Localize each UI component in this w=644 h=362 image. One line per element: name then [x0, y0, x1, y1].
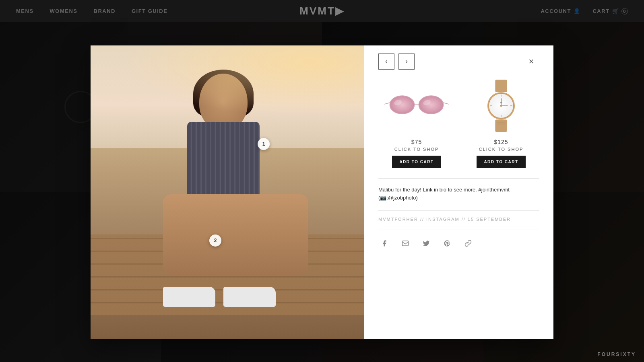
- product-card-2: M $125 CLICK TO SHOP ADD TO CART: [463, 78, 539, 168]
- add-to-cart-btn-1[interactable]: ADD TO CART: [392, 156, 441, 168]
- person-legs: [163, 194, 308, 275]
- svg-rect-7: [495, 80, 507, 92]
- caption-text: Malibu for the day! Link in bio to see m…: [378, 186, 539, 194]
- social-row: [378, 230, 539, 249]
- email-icon[interactable]: [399, 237, 411, 249]
- svg-text:M: M: [500, 101, 502, 104]
- modal-navigation: ‹ › ×: [378, 53, 539, 70]
- person-shoe-left: [163, 287, 215, 307]
- facebook-icon[interactable]: [378, 237, 390, 249]
- foursixty-brand: FOURSIXTY: [597, 352, 636, 357]
- product-1-shop-label[interactable]: CLICK TO SHOP: [394, 147, 439, 152]
- close-button[interactable]: ×: [523, 53, 539, 70]
- product-card-1: $75 CLICK TO SHOP ADD TO CART: [378, 78, 455, 168]
- twitter-icon[interactable]: [420, 237, 432, 249]
- pinterest-icon[interactable]: [441, 237, 453, 249]
- modal-overlay: 1 2 ‹ › ×: [0, 0, 644, 362]
- hotspot-1[interactable]: 1: [258, 138, 270, 150]
- product-1-price: $75: [411, 139, 422, 145]
- svg-point-20: [500, 105, 502, 107]
- svg-rect-8: [495, 119, 507, 132]
- svg-line-2: [443, 103, 449, 104]
- link-icon[interactable]: [462, 237, 474, 249]
- svg-rect-22: [402, 241, 409, 246]
- watch-image: M: [469, 78, 533, 134]
- post-meta: MVMTFORHER // INSTAGRAM // 15 SEPTEMBER: [378, 210, 539, 222]
- products-row: $75 CLICK TO SHOP ADD TO CART: [378, 78, 539, 168]
- svg-line-1: [384, 103, 390, 104]
- next-button[interactable]: ›: [398, 53, 415, 70]
- photo-credit: (📷:@jzobphoto): [378, 194, 539, 202]
- sunglasses-image: [384, 78, 449, 134]
- product-2-price: $125: [494, 139, 508, 145]
- svg-point-4: [419, 96, 444, 114]
- product-modal: 1 2 ‹ › ×: [91, 45, 553, 339]
- modal-photo: 1 2: [91, 45, 364, 339]
- modal-info: ‹ › ×: [364, 45, 553, 339]
- modal-nav-arrows: ‹ ›: [378, 53, 415, 70]
- person-shoe-right: [223, 287, 276, 307]
- photo-background: 1 2: [91, 45, 364, 339]
- post-caption: Malibu for the day! Link in bio to see m…: [378, 178, 539, 203]
- product-2-shop-label[interactable]: CLICK TO SHOP: [479, 147, 524, 152]
- person-head: [199, 74, 248, 130]
- svg-point-3: [390, 96, 415, 114]
- hotspot-2[interactable]: 2: [209, 234, 221, 247]
- prev-button[interactable]: ‹: [378, 53, 394, 70]
- add-to-cart-btn-2[interactable]: ADD TO CART: [477, 156, 525, 168]
- person-figure: [131, 74, 316, 307]
